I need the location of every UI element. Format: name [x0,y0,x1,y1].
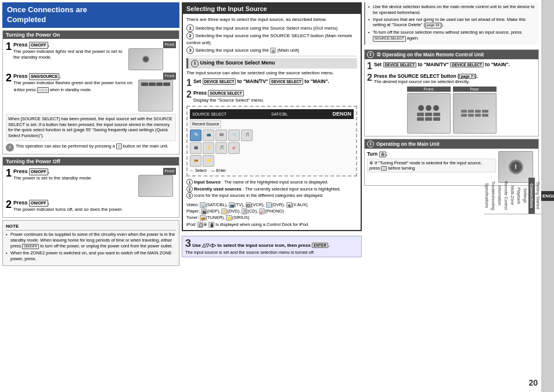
main-title-line1: Once Connections are [7,5,87,14]
rbtn2 [425,113,432,116]
step3-text: Use △▽◁▷ to select the input source icon… [192,243,329,248]
sidebar-item-troubleshooting[interactable]: Troubleshooting [490,178,497,214]
dial-icon: ◎ [270,48,276,53]
step2-text: The power indicator flashes green and th… [13,80,136,86]
icon-sat[interactable]: 📡 [190,130,202,141]
icon-tuner[interactable]: 📻 [190,155,202,167]
remote-btn-circle3 [433,105,439,111]
main-unit-knob-icon [509,160,523,174]
sidebar-item-multizone[interactable]: Multi-Zone [509,178,516,214]
icon-cd-small: 🎵 [242,208,247,214]
device-images-row: Front [367,87,536,134]
sidebar-item-getting-started[interactable]: Getting Started [535,178,541,214]
remote-step1-content: Set DEVICE SELECT to "MAIN/TV" DEVICE SE… [374,62,536,71]
cat-video: Video: 📡(SAT/CBL), 📺(TV), 📼(VCR), 💿(DVR)… [186,202,357,208]
power-on-step2: 2 Press SNS/SOURCE. The power indicator … [6,73,176,112]
poff-front-label: Front [163,168,176,175]
remote-step1-text: Set DEVICE SELECT to "MAIN/TV" DEVICE SE… [374,62,536,67]
note-icon: i [6,143,14,152]
poff-device-img [138,175,173,197]
power-on-content: 1 Press ON/OFF. The power indicator ligh… [3,39,179,154]
icon-hdp[interactable]: 🎬 [190,142,202,154]
method1-num: 1 [186,24,194,32]
remote-title-text: ② Operating on the Main Remote Control U… [376,52,484,57]
knob-indicator [515,164,516,169]
power-on-device-img-2: Front [138,73,176,112]
sub1-step1-content: Set DEVICE SELECT to "MAIN/TV" DEVICE SE… [193,78,357,88]
step1-label: Press ON/OFF. [13,42,49,48]
poff-step1-content: Press ON/OFF. The power is set to the st… [13,168,136,197]
step3-subtext: The input source is set and the source s… [185,250,358,255]
power-on-device-img: Front [128,41,176,70]
icon-cd[interactable]: 🎵 [215,142,227,154]
icon-vcr-small: 📼 [246,202,251,208]
content-columns: Once Connections are Completed Turning t… [2,2,539,390]
menu-icons-row2: 🎬 📀 🎵 🎸 [190,142,354,154]
device-buttons-grid [139,80,172,88]
icon-hdp-small: 🎬 [201,208,207,214]
icon-vcr[interactable]: 📼 [215,130,227,141]
top-note: Use the device selection buttons on the … [364,2,539,45]
sidebar-item-settings[interactable]: Settings [522,178,528,214]
top-note-1: Use the device selection buttons on the … [368,4,536,16]
remote-content: 1 Set DEVICE SELECT to "MAIN/TV" DEVICE … [365,59,538,136]
sub1-intro: The input source can also be selected us… [186,70,357,76]
icon-phono-small: 🎸 [259,208,265,214]
poff-step2-num: 2 [6,199,12,213]
input-source-content: There are three ways to select the input… [183,14,361,230]
poff-step1-num: 1 [6,168,12,197]
remote-step1-num: 1 [367,62,372,71]
sidebar-item-specifications[interactable]: Specifications [484,178,490,214]
front-badge: Front [407,87,451,92]
poff-front-container: Front [138,168,176,197]
sub1-step1: 1 Set DEVICE SELECT to "MAIN/TV" DEVICE … [186,78,357,88]
menu-header-text: SOURCE SELECT [192,112,226,117]
sidebar-item-playback[interactable]: Playback [516,178,522,214]
step2-also-note: ※Also press □ □ □ when in standby mode. [13,87,136,93]
power-off-step2: 2 Press ON/OFF. The power indicator turn… [6,199,176,213]
remote-section-num: 2 [367,51,374,58]
btn2 [149,82,156,86]
input-methods-list: 1 Selecting the input source using the S… [186,24,357,54]
icon-aux[interactable]: 🎵 [241,130,253,141]
icon-dvr[interactable]: 💿 [228,130,240,141]
step2-num: 2 [6,73,12,112]
front-device-img [407,93,451,134]
note-item-2: When the ZONE2 power is switched on, and… [6,250,176,262]
menu-icons-row1: 📡 📺 📼 💿 🎵 [190,130,354,141]
rear-btn2 [468,110,474,113]
step2-content: Press SNS/SOURCE. The power indicator fl… [13,73,136,112]
icon-tuner-small: 📻 [200,215,206,221]
method2-num: 2 [186,32,194,39]
sidebar-item-connections[interactable]: Connections [528,178,535,214]
rbtn4 [417,117,424,121]
legend3-num: 3 [186,192,193,199]
menu-actions: ← Select — Enter [190,168,354,174]
remote-btn-grid [417,113,440,121]
menu-source-name: SAT/CBL [271,112,288,117]
poff-step2-content: Press ON/OFF. The power indicator turns … [13,199,176,213]
icon-sirius[interactable]: ⭐ [203,155,214,167]
rbtn5 [425,117,432,121]
device-front-img-2 [138,80,173,112]
categories-list: Video: 📡(SAT/CBL), 📺(TV), 📼(VCR), 💿(DVR)… [186,202,357,228]
sidebar-item-information[interactable]: Information [497,178,503,214]
rear-btn5 [461,114,467,117]
top-note-2: Input sources that are not going to be u… [368,17,536,29]
sidebar-item-remote-control[interactable]: Remote Control [503,178,509,214]
rear-btn8 [482,114,488,117]
icon-tv[interactable]: 📺 [203,130,214,141]
right-sidebar: ENGLISH Getting Started Connections Sett… [541,0,554,392]
main-title-box: Once Connections are Completed [2,2,179,28]
step1-content: Press ON/OFF. The power indicator lights… [13,41,127,70]
legend-3: 3 Icons for the input sources in the dif… [186,192,357,199]
icon-dvd[interactable]: 📀 [203,142,214,154]
remote-btn-row1 [418,105,439,111]
icon-phono[interactable]: 🎸 [228,142,240,154]
power-button-icon [142,56,149,63]
rear-btn1 [461,110,467,113]
power-off-title: Turning the Power Off [3,157,179,166]
left-column: Once Connections are Completed Turning t… [2,2,179,390]
sub1-step2: 2 Press SOURCE SELECT Display the "Sourc… [186,90,357,103]
sub1-step1-text: Set DEVICE SELECT to "MAIN/TV" DEVICE SE… [193,78,357,85]
